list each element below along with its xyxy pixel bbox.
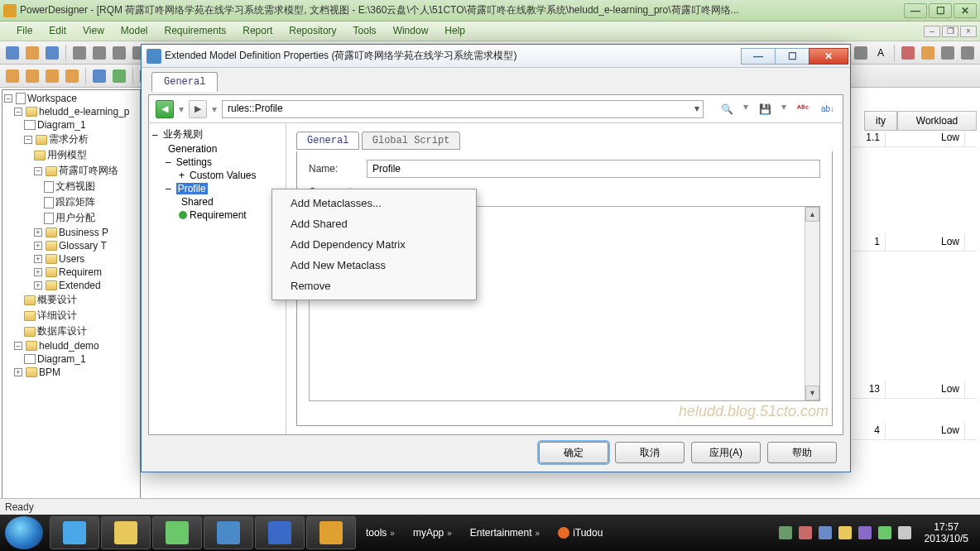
task-explorer-icon[interactable] [101,516,151,549]
task-app2-icon[interactable] [204,516,253,549]
name-input[interactable] [367,160,820,178]
table-row[interactable]: 1.1Low [853,129,977,147]
sort-icon[interactable]: ab↓ [819,101,836,117]
close-button[interactable]: ✕ [954,3,977,18]
tree-custom-values[interactable]: +Custom Values [152,169,282,182]
menu-view[interactable]: View [74,22,113,41]
tree-node[interactable]: –heludd_e-learning_p [4,105,138,118]
menu-tools[interactable]: Tools [345,22,385,41]
search-icon[interactable]: 🔍 [718,101,735,117]
cancel-button[interactable]: 取消 [615,442,685,463]
tree-root-rules[interactable]: –业务规则 [152,127,282,142]
start-button[interactable] [5,516,43,549]
tb-copy-icon[interactable] [110,44,128,62]
menu-model[interactable]: Model [113,22,156,41]
workspace-tree-panel[interactable]: –Workspace –heludd_e-learning_p Diagram_… [2,89,141,513]
menu-repository[interactable]: Repository [281,22,344,41]
cm-remove[interactable]: Remove [274,276,474,296]
cm-add-metaclasses[interactable]: Add Metaclasses... [274,193,474,213]
inner-tab-general[interactable]: General [296,132,359,150]
tb2-icon-3[interactable] [43,67,61,85]
tree-profile[interactable]: –Profile [152,182,282,195]
tree-node[interactable]: –需求分析 [4,132,138,147]
menu-requirements[interactable]: Requirements [156,22,235,41]
tray-icon[interactable] [838,526,852,539]
tb-text-a-icon[interactable]: A [872,44,890,62]
tree-node[interactable]: Diagram_1 [4,118,138,132]
tree-node[interactable]: Diagram_1 [4,352,138,366]
tb2-icon-5[interactable] [90,67,108,85]
tray-icon[interactable] [858,526,872,539]
task-app1-icon[interactable] [152,516,202,549]
tb-fill-icon[interactable] [919,44,937,62]
tree-node[interactable]: 用例模型 [4,147,138,163]
menu-file[interactable]: File [8,22,41,41]
task-tools[interactable]: tools» [358,527,403,539]
menu-window[interactable]: Window [385,22,437,41]
menu-help[interactable]: Help [436,22,473,41]
tree-node[interactable]: +Users [4,252,138,266]
tree-node[interactable]: 用户分配 [4,210,138,226]
inner-tab-global-script[interactable]: Global Script [362,132,461,150]
mdi-restore-button[interactable]: ❐ [942,26,958,37]
breadcrumb-dropdown[interactable]: rules::Profile [222,100,704,118]
grid-col-ity[interactable]: ity [864,111,897,131]
nav-forward-button[interactable]: ▶ [189,100,207,118]
dialog-titlebar[interactable]: Extended Model Definition Properties (荷露… [142,45,850,68]
spellcheck-icon[interactable]: ᴬᴮᶜ [795,101,811,117]
clock[interactable]: 17:57 2013/10/5 [918,521,975,545]
tb-lock-icon[interactable] [958,44,977,62]
minimize-button[interactable]: — [904,3,927,18]
task-ie-icon[interactable] [50,516,99,549]
tb-shadow-icon[interactable] [939,44,957,62]
system-tray[interactable]: 17:57 2013/10/5 [779,521,975,545]
tb2-icon-2[interactable] [23,67,41,85]
table-row[interactable]: 13Low [853,381,977,399]
dialog-close-button[interactable]: ✕ [809,48,848,65]
tree-node[interactable]: +Requirem [4,266,138,279]
dialog-minimize-button[interactable]: — [741,48,776,65]
tree-node[interactable]: +Business P [4,226,138,239]
tb-link-icon[interactable] [852,44,870,62]
task-entertainment[interactable]: Entertainment» [462,527,548,539]
task-myapp[interactable]: myApp» [405,527,460,539]
tb-new-icon[interactable] [3,44,22,62]
tree-node[interactable]: 概要设计 [4,292,138,308]
tree-node[interactable]: 跟踪矩阵 [4,194,138,210]
save-icon[interactable]: 💾 [757,101,773,117]
tray-icon[interactable] [819,526,832,539]
grid-col-workload[interactable]: Workload [897,111,977,131]
tree-requirement[interactable]: Requirement [152,208,282,222]
tree-node[interactable]: 文档视图 [4,179,138,194]
task-powerdesigner-icon[interactable] [306,516,356,549]
cm-add-shared[interactable]: Add Shared [274,213,474,234]
tb-open-icon[interactable] [23,44,41,62]
dialog-maximize-button[interactable]: ☐ [775,48,809,65]
tb2-icon-4[interactable] [63,67,81,85]
apply-button[interactable]: 应用(A) [691,442,761,463]
mdi-minimize-button[interactable]: – [924,26,940,37]
table-row[interactable]: 4Low [853,422,977,440]
tree-node[interactable]: +BPM [4,366,138,379]
table-row[interactable]: 1Low [853,233,977,252]
tb-cut-icon[interactable] [90,44,108,62]
scroll-up-icon[interactable]: ▲ [805,207,819,222]
tree-shared[interactable]: Shared [152,195,282,208]
scroll-down-icon[interactable]: ▼ [805,386,819,400]
maximize-button[interactable]: ☐ [929,3,952,18]
tray-icon[interactable] [779,526,792,539]
tree-generation[interactable]: Generation [152,142,282,156]
tree-node[interactable]: +Glossary T [4,239,138,252]
tree-node[interactable]: –荷露叮咚网络 [4,163,138,179]
task-word-icon[interactable] [255,516,305,549]
ok-button[interactable]: 确定 [539,442,608,463]
tb2-icon-1[interactable] [3,67,22,85]
tray-icon[interactable] [898,526,911,539]
dialog-left-tree[interactable]: –业务规则 Generation –Settings +Custom Value… [149,123,286,434]
menu-report[interactable]: Report [234,22,281,41]
task-itudou[interactable]: iTudou [550,527,611,539]
tree-node[interactable]: 数据库设计 [4,323,138,339]
tree-node[interactable]: +Extended [4,279,138,292]
tree-workspace-root[interactable]: –Workspace [4,92,138,105]
cm-add-dependency-matrix[interactable]: Add Dependency Matrix [274,234,474,255]
